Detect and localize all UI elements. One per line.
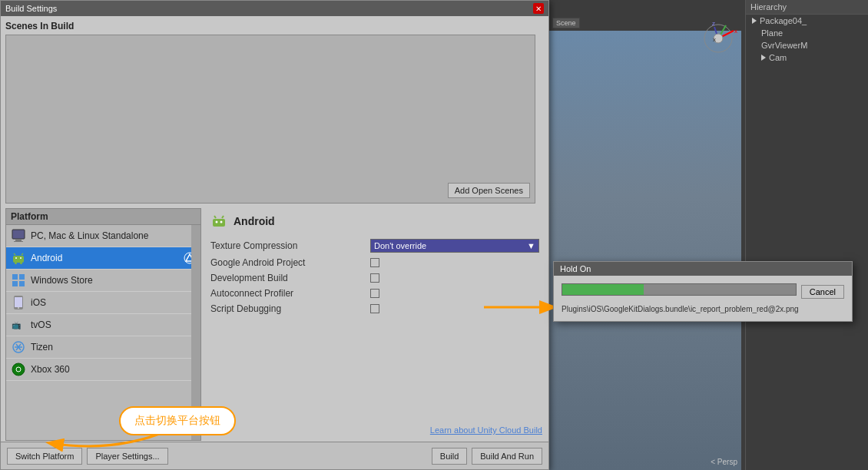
svg-rect-17: [20, 263, 22, 264]
platform-item-tizen[interactable]: Tizen: [6, 336, 200, 359]
svg-rect-21: [19, 274, 25, 280]
svg-text:x: x: [734, 28, 737, 35]
ios-icon: [11, 295, 26, 310]
android-header-icon: [210, 213, 227, 230]
autoconnect-profiler-row: Autoconnect Profiler: [210, 288, 539, 299]
svg-point-26: [18, 307, 19, 309]
svg-rect-16: [15, 263, 17, 264]
svg-rect-34: [213, 219, 225, 227]
platform-header: Platform: [6, 209, 200, 225]
svg-point-36: [220, 221, 223, 223]
platform-item-pc[interactable]: PC, Mac & Linux Standalone: [6, 225, 200, 247]
svg-text:x: x: [713, 36, 716, 43]
android-section-header: Android: [210, 213, 539, 230]
platform-name-windows-store: Windows Store: [31, 275, 93, 286]
script-debugging-checkbox[interactable]: [370, 304, 379, 313]
script-debugging-row: Script Debugging: [210, 303, 539, 314]
hierarchy-item-package[interactable]: Package04_: [746, 15, 868, 27]
platform-section: Platform PC, Mac & Linux Standalone: [1, 208, 548, 441]
platform-item-windows-store[interactable]: Windows Store: [6, 270, 200, 292]
svg-point-32: [12, 363, 25, 376]
player-settings-button[interactable]: Player Settings...: [87, 448, 167, 465]
platform-name-xbox360: Xbox 360: [31, 364, 70, 375]
dialog-title: Build Settings: [5, 4, 57, 13]
windows-store-icon: [11, 273, 26, 288]
svg-rect-9: [15, 240, 22, 241]
build-button[interactable]: Build: [432, 448, 467, 465]
svg-line-37: [214, 216, 216, 218]
svg-line-38: [222, 216, 224, 218]
autoconnect-profiler-checkbox[interactable]: [370, 289, 379, 298]
close-button[interactable]: ✕: [533, 3, 544, 14]
platform-item-android[interactable]: Android: [6, 247, 200, 270]
development-build-row: Development Build: [210, 273, 539, 283]
platform-name-tvos: tvOS: [31, 319, 51, 330]
svg-rect-8: [12, 230, 25, 239]
hierarchy-panel: Hierarchy Package04_ Plane GvrViewerM Ca…: [745, 0, 868, 470]
svg-point-13: [20, 257, 22, 259]
platform-item-xbox360[interactable]: Xbox 360: [6, 359, 200, 381]
hold-on-cancel-button[interactable]: Cancel: [801, 285, 844, 299]
script-debugging-label: Script Debugging: [210, 303, 364, 314]
hierarchy-item-plane[interactable]: Plane: [746, 27, 868, 39]
hold-on-body: Cancel Plugins\iOS\GoogleKitDialogs.bund…: [554, 276, 852, 321]
svg-rect-25: [15, 297, 22, 307]
svg-text:📺: 📺: [12, 320, 22, 330]
hold-on-titlebar: Hold On: [554, 262, 852, 276]
build-and-run-button[interactable]: Build And Run: [472, 448, 542, 465]
tvos-icon: 📺: [11, 317, 26, 333]
hierarchy-item-label: GvrViewerM: [761, 41, 807, 50]
platform-name-android: Android: [31, 253, 62, 263]
android-icon: [11, 250, 26, 266]
learn-unity-cloud-link[interactable]: Learn about Unity Cloud Build: [430, 425, 542, 435]
scene-view: Scene x z x < Persp: [549, 15, 741, 470]
svg-rect-11: [13, 256, 24, 263]
platform-name-tizen: Tizen: [31, 342, 53, 352]
persp-label: < Persp: [711, 458, 737, 466]
texture-compression-row: Texture Compression Don't override ▼: [210, 239, 539, 253]
hierarchy-item-label: Cam: [769, 53, 787, 62]
tizen-icon: [11, 339, 26, 355]
scene-gizmo: x z x: [699, 19, 737, 58]
switch-platform-button[interactable]: Switch Platform: [7, 448, 82, 465]
svg-text:z: z: [712, 20, 715, 27]
expand-icon: [752, 18, 757, 24]
texture-compression-dropdown[interactable]: Don't override ▼: [370, 239, 539, 253]
hold-on-dialog: Hold On Cancel Plugins\iOS\GoogleKitDial…: [553, 261, 853, 322]
scenes-label: Scenes In Build: [5, 21, 544, 31]
platform-item-ios[interactable]: iOS: [6, 292, 200, 314]
texture-compression-label: Texture Compression: [210, 240, 364, 251]
build-right-panel: Android Texture Compression Don't overri…: [206, 208, 544, 441]
platform-name-ios: iOS: [31, 297, 46, 308]
annotation-text: 点击切换平台按钮: [134, 414, 220, 426]
hierarchy-header: Hierarchy: [746, 0, 868, 15]
svg-point-12: [15, 257, 17, 259]
platform-name-pc: PC, Mac & Linux Standalone: [31, 230, 148, 241]
add-open-scenes-button[interactable]: Add Open Scenes: [448, 183, 530, 198]
google-android-project-checkbox[interactable]: [370, 258, 379, 267]
expand-icon: [761, 55, 766, 61]
android-label: Android: [234, 215, 275, 227]
development-build-label: Development Build: [210, 273, 364, 283]
bottom-bar: Switch Platform Player Settings... Build…: [1, 442, 548, 469]
svg-rect-22: [12, 281, 18, 286]
dialog-titlebar: Build Settings ✕: [1, 1, 548, 16]
svg-rect-20: [12, 274, 18, 280]
scenes-box: Add Open Scenes: [5, 35, 535, 204]
hierarchy-item-cam[interactable]: Cam: [746, 51, 868, 64]
scenes-section: Scenes In Build Add Open Scenes: [1, 16, 548, 208]
platform-item-tvos[interactable]: 📺 tvOS: [6, 314, 200, 336]
scene-toolbar-btn[interactable]: Scene: [552, 18, 580, 28]
development-build-checkbox[interactable]: [370, 273, 379, 283]
dropdown-arrow-icon: ▼: [527, 241, 535, 250]
annotation-bubble: 点击切换平台按钮: [119, 406, 236, 435]
progress-bar-fill: [562, 284, 644, 295]
svg-line-15: [22, 253, 23, 255]
hold-on-title: Hold On: [560, 264, 591, 273]
svg-line-14: [14, 253, 15, 255]
build-settings-dialog: Build Settings ✕ Scenes In Build Add Ope…: [0, 0, 549, 470]
xbox360-icon: [11, 362, 26, 377]
hierarchy-item-gvrviewer[interactable]: GvrViewerM: [746, 39, 868, 51]
google-android-project-label: Google Android Project: [210, 257, 364, 268]
hierarchy-item-label: Plane: [761, 28, 783, 38]
